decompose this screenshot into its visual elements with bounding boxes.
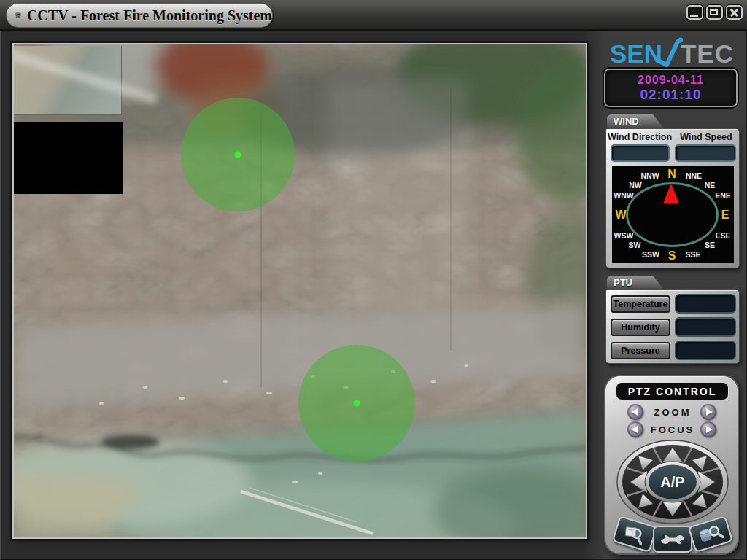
- focus-near-button[interactable]: [627, 421, 643, 438]
- computer-icon: [15, 6, 21, 25]
- maximize-button[interactable]: [706, 5, 723, 20]
- pressure-button[interactable]: Pressure: [611, 342, 670, 359]
- time-value: 02:01:10: [640, 87, 701, 103]
- ptz-header: PTZ CONTROL: [616, 383, 728, 400]
- ptz-control-panel: PTZ CONTROL ZOOM FOCUS: [604, 375, 739, 555]
- minimize-icon: [690, 15, 698, 17]
- compass-sw: SW: [629, 241, 641, 249]
- minimize-button[interactable]: [686, 5, 703, 20]
- compass-ese: ESE: [715, 231, 730, 240]
- compass-ssw: SSW: [642, 250, 659, 259]
- pressure-value: [675, 341, 736, 360]
- wind-direction-label: Wind Direction: [606, 132, 673, 142]
- logo-sen-text: SEN: [610, 39, 662, 69]
- wind-needle-icon: [663, 184, 679, 203]
- zoom-out-button[interactable]: [627, 404, 643, 420]
- compass-e: E: [721, 209, 729, 222]
- wind-speed-label: Wind Speed: [675, 132, 738, 142]
- satellite-map[interactable]: [14, 44, 586, 537]
- preview-search-icon: [620, 521, 649, 547]
- focus-far-button[interactable]: [700, 421, 716, 438]
- temperature-value: [675, 294, 736, 314]
- sidebar: SEN TEC 2009-04-11 02:01:10 WIND Wind Di…: [597, 32, 747, 560]
- left-arrow-icon: [631, 426, 638, 433]
- right-arrow-icon: [706, 408, 713, 416]
- wind-compass: N S W E NNW NNE NW NE WNW ENE WSW ESE SW…: [612, 166, 734, 263]
- window-title: CCTV - Forest Fire Monitoring System: [27, 7, 272, 24]
- logo-check-icon: [658, 36, 683, 68]
- ptu-panel-tab: PTU: [607, 276, 664, 289]
- sentec-logo: SEN TEC: [597, 39, 747, 69]
- camera-preview-thumbnail[interactable]: [14, 46, 122, 115]
- humidity-value: [675, 317, 736, 337]
- compass-w: W: [615, 209, 626, 222]
- compass-nw: NW: [629, 181, 642, 190]
- datetime-display: 2009-04-11 02:01:10: [604, 69, 738, 107]
- maximize-icon: [710, 9, 718, 15]
- zoom-in-button[interactable]: [700, 404, 716, 420]
- camera-site-dot-1[interactable]: [235, 152, 241, 158]
- camera-site-dot-2[interactable]: [354, 400, 360, 407]
- compass-nnw: NNW: [640, 171, 659, 180]
- compass-nne: NNE: [686, 171, 702, 180]
- compass-wsw: WSW: [614, 231, 634, 240]
- logo-tec-text: TEC: [681, 39, 734, 69]
- black-video-mask: [14, 122, 123, 194]
- wind-panel-tab: WIND: [607, 114, 664, 128]
- compass-ene: ENE: [715, 191, 731, 200]
- date-value: 2009-04-11: [638, 74, 704, 87]
- compass-sse: SSE: [685, 250, 700, 259]
- zoom-label: ZOOM: [647, 407, 698, 418]
- compass-wnw: WNW: [614, 191, 633, 200]
- right-arrow-icon: [706, 426, 713, 433]
- window-controls: [686, 5, 743, 20]
- database-search-icon: [696, 521, 725, 547]
- ptu-panel: Temperature Humidity Pressure: [605, 289, 740, 364]
- wind-speed-value: [675, 144, 736, 162]
- auto-pan-label: A/P: [660, 474, 684, 490]
- compass-se: SE: [705, 241, 715, 249]
- map-frame: [12, 43, 587, 539]
- application-window: CCTV - Forest Fire Monitoring System: [0, 0, 747, 560]
- compass-s: S: [668, 249, 676, 262]
- title-pill: CCTV - Forest Fire Monitoring System: [6, 3, 273, 28]
- temperature-button[interactable]: Temperature: [611, 295, 670, 313]
- title-bar: CCTV - Forest Fire Monitoring System: [0, 0, 747, 31]
- close-button[interactable]: [726, 5, 743, 20]
- compass-ne: NE: [705, 181, 716, 190]
- wrench-icon: [659, 530, 686, 549]
- compass-n: N: [667, 168, 676, 181]
- left-arrow-icon: [631, 408, 638, 416]
- settings-button[interactable]: [653, 526, 692, 553]
- wind-direction-value: [611, 144, 670, 162]
- ptz-direction-pad[interactable]: A/P: [611, 438, 735, 529]
- focus-label: FOCUS: [647, 424, 698, 435]
- wind-panel: Wind Direction Wind Speed N S W E NNW NN…: [605, 128, 740, 268]
- humidity-button[interactable]: Humidity: [611, 319, 670, 336]
- satellite-map-image: [14, 44, 586, 537]
